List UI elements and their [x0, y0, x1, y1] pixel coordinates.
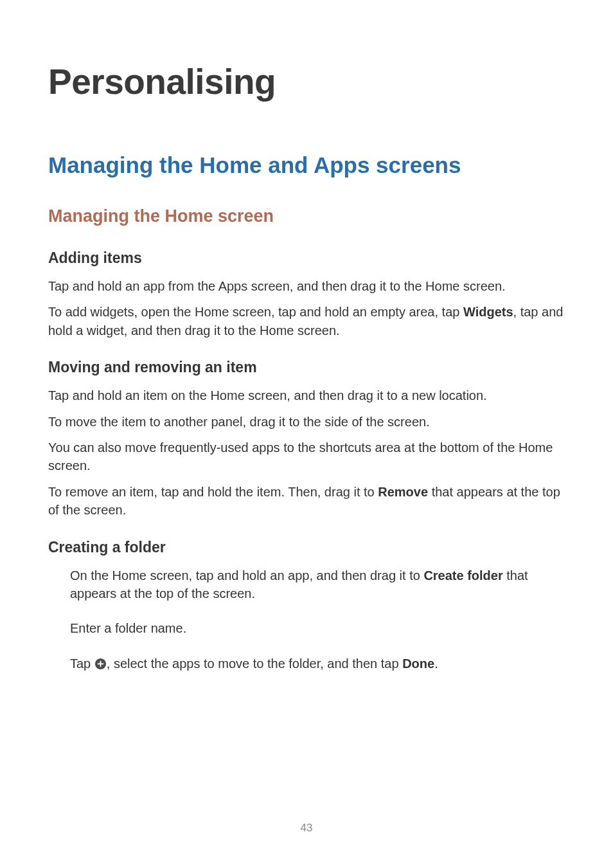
adding-items-heading: Adding items: [48, 249, 565, 267]
creating-folder-block: Creating a folder On the Home screen, ta…: [48, 539, 565, 673]
page-number: 43: [0, 822, 613, 835]
body-text: To move the item to another panel, drag …: [48, 413, 565, 431]
body-text: On the Home screen, tap and hold an app,…: [70, 566, 565, 603]
bold-text: Widgets: [463, 305, 513, 319]
body-text: To add widgets, open the Home screen, ta…: [48, 303, 565, 339]
body-text: Tap and hold an item on the Home screen,…: [48, 386, 565, 404]
section-heading: Managing the Home and Apps screens: [48, 152, 565, 178]
bold-text: Done: [402, 656, 434, 671]
text-run: Tap: [70, 656, 94, 671]
plus-circle-icon: [94, 656, 107, 669]
page: Personalising Managing the Home and Apps…: [0, 0, 613, 868]
text-run: To remove an item, tap and hold the item…: [48, 485, 378, 499]
creating-folder-heading: Creating a folder: [48, 539, 565, 556]
body-text: You can also move frequently-used apps t…: [48, 439, 565, 475]
text-run: On the Home screen, tap and hold an app,…: [70, 568, 423, 583]
text-run: To add widgets, open the Home screen, ta…: [48, 305, 463, 319]
page-title: Personalising: [48, 61, 565, 102]
folder-steps: On the Home screen, tap and hold an app,…: [48, 566, 565, 673]
moving-removing-heading: Moving and removing an item: [48, 359, 565, 376]
text-run: , select the apps to move to the folder,…: [107, 656, 402, 671]
bold-text: Create folder: [423, 568, 502, 583]
moving-removing-block: Moving and removing an item Tap and hold…: [48, 359, 565, 519]
body-text: To remove an item, tap and hold the item…: [48, 483, 565, 520]
body-text: Enter a folder name.: [70, 619, 565, 637]
body-text: Tap and hold an app from the Apps screen…: [48, 277, 565, 295]
adding-items-block: Adding items Tap and hold an app from th…: [48, 249, 565, 339]
svg-rect-2: [98, 663, 104, 664]
body-text: Tap , select the apps to move to the fol…: [70, 655, 565, 673]
subsection-heading: Managing the Home screen: [48, 206, 565, 226]
text-run: .: [434, 656, 438, 671]
bold-text: Remove: [378, 485, 428, 499]
